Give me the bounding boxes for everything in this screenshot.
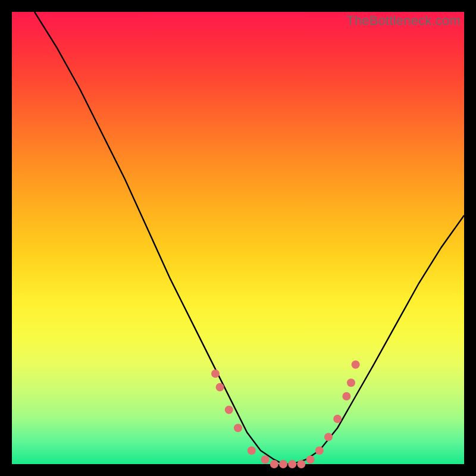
highlight-dot bbox=[352, 361, 360, 369]
highlight-dot bbox=[306, 455, 315, 464]
highlight-dot bbox=[342, 392, 350, 400]
highlight-dot bbox=[347, 378, 355, 387]
chart-frame: TheBottleneck.com bbox=[12, 12, 464, 464]
chart-svg bbox=[12, 12, 464, 464]
highlight-dot bbox=[315, 446, 324, 455]
highlight-dot bbox=[225, 406, 233, 414]
highlight-dots-group bbox=[211, 361, 360, 468]
highlight-dot bbox=[270, 460, 278, 468]
highlight-dot bbox=[248, 446, 256, 455]
highlight-dot bbox=[216, 383, 224, 392]
highlight-dot bbox=[261, 455, 270, 464]
highlight-dot bbox=[211, 369, 220, 378]
highlight-dot bbox=[333, 415, 342, 423]
highlight-dot bbox=[324, 433, 333, 441]
highlight-dot bbox=[279, 460, 287, 468]
highlight-dot bbox=[288, 460, 296, 468]
highlight-dot bbox=[234, 424, 242, 432]
highlight-dot bbox=[297, 460, 305, 468]
bottleneck-curve bbox=[35, 12, 464, 464]
